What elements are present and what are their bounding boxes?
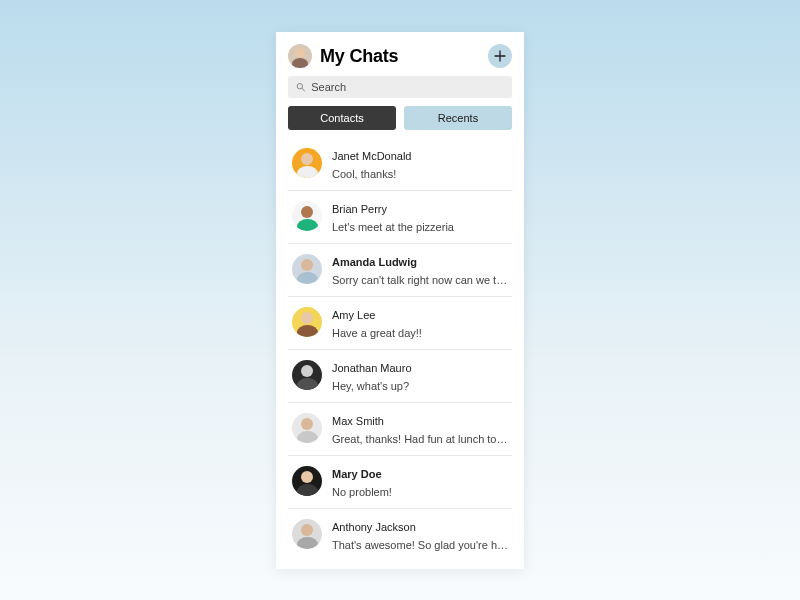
chat-row[interactable]: Brian PerryLet's meet at the pizzeria (288, 191, 512, 244)
contact-avatar (292, 307, 322, 337)
chat-text: Amanda LudwigSorry can't talk right now … (332, 254, 512, 286)
contact-avatar (292, 360, 322, 390)
search-input[interactable] (311, 81, 504, 93)
chat-text: Amy LeeHave a great day!! (332, 307, 512, 339)
contact-avatar (292, 201, 322, 231)
message-preview: Great, thanks! Had fun at lunch today wi… (332, 433, 512, 445)
chat-row[interactable]: Amanda LudwigSorry can't talk right now … (288, 244, 512, 297)
chat-row[interactable]: Janet McDonaldCool, thanks! (288, 138, 512, 191)
chat-text: Max SmithGreat, thanks! Had fun at lunch… (332, 413, 512, 445)
svg-point-0 (297, 84, 302, 89)
chat-row[interactable]: Amy LeeHave a great day!! (288, 297, 512, 350)
chat-row[interactable]: Max SmithGreat, thanks! Had fun at lunch… (288, 403, 512, 456)
contact-name: Jonathan Mauro (332, 362, 512, 374)
add-chat-button[interactable] (488, 44, 512, 68)
chat-row[interactable]: Anthony JacksonThat's awesome! So glad y… (288, 509, 512, 561)
chat-text: Janet McDonaldCool, thanks! (332, 148, 512, 180)
contact-name: Janet McDonald (332, 150, 512, 162)
contact-avatar (292, 254, 322, 284)
chat-text: Jonathan MauroHey, what's up? (332, 360, 512, 392)
contact-avatar (292, 519, 322, 549)
chat-text: Anthony JacksonThat's awesome! So glad y… (332, 519, 512, 551)
contact-name: Mary Doe (332, 468, 512, 480)
profile-avatar[interactable] (288, 44, 312, 68)
message-preview: Let's meet at the pizzeria (332, 221, 512, 233)
chat-text: Brian PerryLet's meet at the pizzeria (332, 201, 512, 233)
search-bar[interactable] (288, 76, 512, 98)
search-icon (296, 82, 305, 92)
message-preview: Hey, what's up? (332, 380, 512, 392)
message-preview: Cool, thanks! (332, 168, 512, 180)
tab-recents[interactable]: Recents (404, 106, 512, 130)
message-preview: That's awesome! So glad you're having a … (332, 539, 512, 551)
chat-row[interactable]: Jonathan MauroHey, what's up? (288, 350, 512, 403)
tabs: Contacts Recents (288, 106, 512, 130)
message-preview: No problem! (332, 486, 512, 498)
contact-name: Max Smith (332, 415, 512, 427)
message-preview: Sorry can't talk right now can we talk l… (332, 274, 512, 286)
plus-icon (494, 50, 506, 62)
message-preview: Have a great day!! (332, 327, 512, 339)
contact-avatar (292, 466, 322, 496)
contact-avatar (292, 413, 322, 443)
contact-name: Amy Lee (332, 309, 512, 321)
tab-contacts[interactable]: Contacts (288, 106, 396, 130)
contact-name: Brian Perry (332, 203, 512, 215)
chat-text: Mary DoeNo problem! (332, 466, 512, 498)
contact-name: Amanda Ludwig (332, 256, 512, 268)
chat-row[interactable]: Mary DoeNo problem! (288, 456, 512, 509)
chat-list: Janet McDonaldCool, thanks!Brian PerryLe… (288, 138, 512, 561)
chats-panel: My Chats Contacts Recents Janet McDonald… (276, 32, 524, 569)
contact-name: Anthony Jackson (332, 521, 512, 533)
contact-avatar (292, 148, 322, 178)
page-title: My Chats (320, 46, 480, 67)
header: My Chats (288, 44, 512, 68)
